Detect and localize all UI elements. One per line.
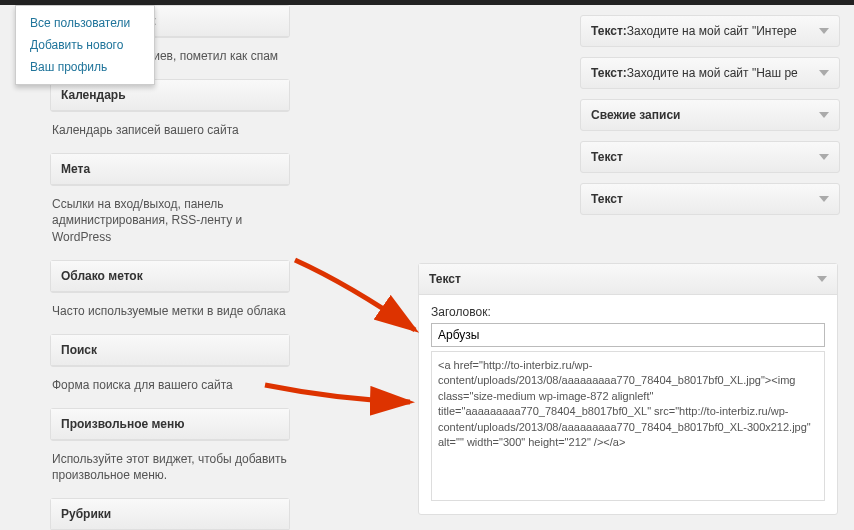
dropdown-item-your-profile[interactable]: Ваш профиль [16, 56, 154, 78]
chevron-down-icon [819, 112, 829, 118]
widget-title: Мета [61, 162, 90, 176]
widget-sublabel: Заходите на мой сайт "Наш ре [627, 66, 798, 80]
active-widgets-column: Текст: Заходите на мой сайт "Интере Текс… [580, 15, 840, 225]
widget-title: Рубрики [61, 507, 111, 521]
widget-custom-menu[interactable]: Произвольное меню [50, 408, 290, 441]
widget-label: Текст [429, 272, 461, 286]
widget-content-textarea[interactable]: <a href="http://to-interbiz.ru/wp-conten… [431, 351, 825, 501]
widget-label: Текст: [591, 66, 627, 80]
dropdown-item-all-users[interactable]: Все пользователи [16, 12, 154, 34]
widget-label: Текст [591, 192, 623, 206]
title-label: Заголовок: [431, 305, 825, 319]
sidebar-widget-text-2[interactable]: Текст: Заходите на мой сайт "Наш ре [580, 57, 840, 89]
widget-title: Календарь [61, 88, 126, 102]
widget-categories[interactable]: Рубрики [50, 498, 290, 530]
widget-meta[interactable]: Мета [50, 153, 290, 186]
chevron-down-icon [819, 70, 829, 76]
open-text-widget: Текст Заголовок: <a href="http://to-inte… [418, 263, 838, 515]
widget-label: Текст: [591, 24, 627, 38]
sidebar-widget-text-3[interactable]: Текст [580, 141, 840, 173]
widget-title-input[interactable] [431, 323, 825, 347]
chevron-down-icon [817, 276, 827, 282]
chevron-down-icon [819, 28, 829, 34]
sidebar-widget-text-1[interactable]: Текст: Заходите на мой сайт "Интере [580, 15, 840, 47]
widget-label: Текст [591, 150, 623, 164]
widget-desc: Календарь записей вашего сайта [50, 118, 290, 153]
widget-title: Произвольное меню [61, 417, 185, 431]
chevron-down-icon [819, 154, 829, 160]
widget-sublabel: Заходите на мой сайт "Интере [627, 24, 797, 38]
widget-desc: Ссылки на вход/выход, панель администрир… [50, 192, 290, 260]
sidebar-widget-recent[interactable]: Свежие записи [580, 99, 840, 131]
widget-search[interactable]: Поиск [50, 334, 290, 367]
dropdown-item-add-new[interactable]: Добавить нового [16, 34, 154, 56]
widget-tag-cloud[interactable]: Облако меток [50, 260, 290, 293]
open-widget-header[interactable]: Текст [419, 264, 837, 295]
users-dropdown-menu: Все пользователи Добавить нового Ваш про… [15, 5, 155, 85]
widget-title: Поиск [61, 343, 97, 357]
widget-desc: Часто используемые метки в виде облака [50, 299, 290, 334]
widget-title: Облако меток [61, 269, 143, 283]
chevron-down-icon [819, 196, 829, 202]
sidebar-widget-text-4[interactable]: Текст [580, 183, 840, 215]
widget-desc: Используйте этот виджет, чтобы добавить … [50, 447, 290, 499]
widget-desc: Форма поиска для вашего сайта [50, 373, 290, 408]
widget-label: Свежие записи [591, 108, 680, 122]
